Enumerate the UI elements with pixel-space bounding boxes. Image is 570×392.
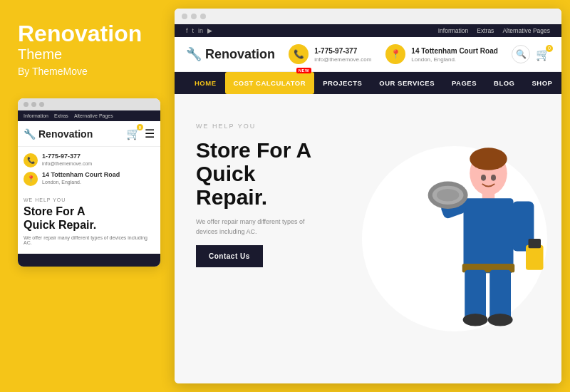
desktop-phone-text-group: 1-775-97-377 info@thememove.com — [314, 46, 371, 63]
nav-new-badge: NEW — [296, 68, 312, 73]
mobile-phone-icon: 📞 — [24, 153, 38, 167]
instagram-icon[interactable]: in — [198, 27, 203, 34]
svg-point-12 — [463, 314, 488, 326]
desktop-cart[interactable]: 🛒 0 — [536, 48, 550, 61]
worker-illustration — [398, 139, 554, 339]
facebook-icon[interactable]: f — [186, 27, 188, 34]
desktop-logo-text: Renovation — [205, 47, 275, 62]
desktop-cart-badge: 0 — [546, 45, 553, 52]
desktop-logo-icon: 🔧 — [186, 46, 202, 62]
hero-desc: We offer repair many different types of … — [196, 217, 327, 237]
svg-rect-15 — [529, 239, 542, 248]
svg-rect-11 — [489, 270, 511, 320]
mobile-hero-line2: Quick Repair. — [24, 219, 96, 231]
nav-blog[interactable]: BLOG — [485, 72, 523, 94]
mobile-we-help: WE HELP YOU — [24, 197, 155, 202]
nav-shop[interactable]: SHOP — [523, 72, 561, 94]
mobile-topbar: Information Extras Alternative Pages — [18, 110, 160, 121]
desktop-header-icons: 🔍 🛒 0 — [512, 45, 550, 63]
desktop-phone-number: 1-775-97-377 — [314, 46, 371, 56]
nav-home[interactable]: HOME — [186, 72, 225, 94]
hero-title-line2: Quick Repair. — [196, 162, 267, 209]
mobile-address-row: 📍 14 Tottenham Court Road London, Englan… — [24, 171, 155, 186]
nav-cost-calculator[interactable]: NEW COST CALCULATOR — [225, 72, 315, 94]
mobile-email: info@thememove.com — [42, 161, 92, 166]
desktop-hero: WE HELP YOU Store For A Quick Repair. We… — [175, 94, 561, 383]
svg-point-17 — [491, 175, 496, 181]
hero-cta-button[interactable]: Contact Us — [196, 245, 263, 267]
mobile-address-line1: 14 Tottenham Court Road — [42, 171, 120, 180]
desktop-search-icon[interactable]: 🔍 — [512, 45, 530, 63]
mobile-logo[interactable]: 🔧 Renovation — [24, 128, 93, 140]
hero-image-area — [348, 94, 561, 383]
mobile-address-line2: London, England. — [42, 180, 120, 185]
mobile-phone-text: 1-775-97-377 info@thememove.com — [42, 153, 92, 166]
topbar-information[interactable]: Information — [438, 27, 469, 34]
desktop-site: f t in ▶ Information Extras Alternative … — [175, 24, 561, 383]
mobile-logo-text: Renovation — [38, 128, 93, 140]
mobile-location-icon: 📍 — [24, 172, 38, 186]
left-panel: Renovation Theme By ThemeMove Informatio… — [0, 0, 175, 392]
mobile-hero-title: Store For A Quick Repair. — [24, 205, 155, 232]
desktop-address-text-group: 14 Tottenham Court Road London, England. — [411, 46, 497, 63]
brand-section: Renovation Theme By ThemeMove — [18, 21, 160, 77]
nav-projects[interactable]: PROJECTS — [314, 72, 370, 94]
desktop-email: info@thememove.com — [314, 56, 371, 63]
desktop-contact-group: 📞 1-775-97-377 info@thememove.com 📍 14 T… — [289, 44, 498, 64]
desktop-address-line1: 14 Tottenham Court Road — [411, 46, 497, 56]
desktop-nav: HOME NEW COST CALCULATOR PROJECTS OUR SE… — [175, 72, 561, 94]
brand-subtitle: Theme — [18, 46, 160, 63]
desktop-address-item: 📍 14 Tottenham Court Road London, Englan… — [385, 44, 497, 64]
svg-point-16 — [481, 175, 486, 181]
nav-pages[interactable]: PAGES — [443, 72, 485, 94]
mobile-header: 🔧 Renovation 🛒 0 ☰ — [18, 121, 160, 147]
svg-point-1 — [470, 148, 507, 170]
nav-our-services[interactable]: OUR SERVICES — [370, 72, 443, 94]
mobile-topbar-alt[interactable]: Alternative Pages — [74, 113, 113, 118]
desktop-phone-item: 📞 1-775-97-377 info@thememove.com — [289, 44, 371, 64]
desktop-phone-icon: 📞 — [289, 44, 309, 64]
mobile-topbar-extras[interactable]: Extras — [54, 113, 68, 118]
mobile-dot-3 — [39, 102, 44, 107]
brand-by: By ThemeMove — [18, 66, 160, 77]
desktop-logo[interactable]: 🔧 Renovation — [186, 46, 275, 62]
mobile-hero-section: WE HELP YOU Store For A Quick Repair. We… — [18, 192, 160, 250]
mobile-address-text: 14 Tottenham Court Road London, England. — [42, 171, 120, 185]
hero-title-line1: Store For A — [196, 138, 311, 162]
mobile-logo-icon: 🔧 — [24, 128, 36, 140]
svg-rect-14 — [526, 245, 544, 270]
right-panel: f t in ▶ Information Extras Alternative … — [175, 9, 561, 383]
mobile-hero-desc: We offer repair many different types of … — [24, 235, 155, 245]
mobile-header-icons: 🛒 0 ☰ — [126, 127, 155, 140]
chrome-dot-3 — [200, 14, 206, 19]
mobile-cart[interactable]: 🛒 0 — [126, 127, 140, 140]
desktop-address-line2: London, England. — [411, 56, 497, 63]
browser-chrome — [175, 9, 561, 24]
mobile-topbar-links: Information Extras Alternative Pages — [24, 113, 113, 118]
mobile-phone-row: 📞 1-775-97-377 info@thememove.com — [24, 153, 155, 167]
hero-we-help: WE HELP YOU — [196, 123, 327, 130]
hero-title: Store For A Quick Repair. — [196, 138, 327, 209]
topbar-extras[interactable]: Extras — [477, 27, 494, 34]
twitter-icon[interactable]: t — [192, 27, 195, 34]
worker-figure — [398, 94, 554, 383]
mobile-topbar-info[interactable]: Information — [24, 113, 48, 118]
mobile-contact-section: 📞 1-775-97-377 info@thememove.com 📍 14 T… — [18, 147, 160, 192]
mobile-dot-2 — [31, 102, 36, 107]
hero-text-area: WE HELP YOU Store For A Quick Repair. We… — [175, 94, 348, 383]
desktop-header: 🔧 Renovation 📞 1-775-97-377 info@thememo… — [175, 37, 561, 72]
svg-rect-10 — [465, 270, 486, 320]
desktop-location-icon: 📍 — [385, 44, 405, 64]
chrome-dot-1 — [182, 14, 187, 19]
svg-point-8 — [437, 189, 460, 202]
mobile-cta-bar — [18, 254, 160, 267]
youtube-icon[interactable]: ▶ — [207, 27, 212, 34]
mobile-menu-icon[interactable]: ☰ — [145, 127, 155, 140]
nav-contact[interactable]: CONTACT — [561, 72, 561, 94]
chrome-dot-2 — [191, 14, 197, 19]
mobile-cart-badge: 0 — [137, 124, 143, 130]
topbar-alt-pages[interactable]: Alternative Pages — [502, 27, 550, 34]
mobile-browser-dots — [18, 98, 160, 110]
mobile-preview: Information Extras Alternative Pages 🔧 R… — [18, 98, 160, 266]
mobile-phone-number: 1-775-97-377 — [42, 153, 92, 161]
